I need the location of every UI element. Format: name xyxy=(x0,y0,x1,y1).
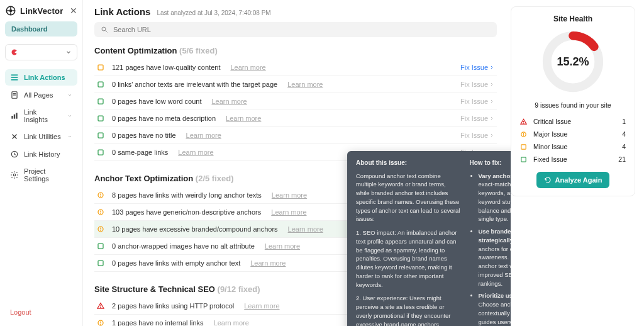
issue-text: 121 pages have low-quality content xyxy=(112,64,220,71)
legend-label: Fixed Issue xyxy=(533,155,567,163)
search-icon xyxy=(101,26,108,33)
logo-row: LinkVector ✕ xyxy=(5,5,77,16)
section-counter: (2/5 fixed) xyxy=(196,174,234,183)
chevron-down-icon xyxy=(67,93,72,98)
main: Link Actions Last analyzed at Jul 3, 202… xyxy=(83,0,511,326)
legend-count: 4 xyxy=(622,143,626,150)
fix-issue-link: Fix Issue xyxy=(460,132,494,139)
section-counter: (5/6 fixed) xyxy=(179,46,218,55)
tooltip-about-text: 2. User experience: Users might perceive… xyxy=(356,294,461,326)
issue-row[interactable]: 0 pages have low word countLearn moreFix… xyxy=(94,93,497,110)
tooltip-fix-item: Prioritize user experience: Choose ancho… xyxy=(479,291,511,326)
issue-text: 0 pages have no title xyxy=(112,132,176,139)
logout-link[interactable]: Logout xyxy=(5,306,77,318)
chevron-right-icon xyxy=(489,65,494,70)
tooltip-about-text: Compound anchor text combine multiple ke… xyxy=(356,172,461,224)
nav-project-settings[interactable]: Project Settings xyxy=(5,164,77,186)
tooltip-about-col: About this issue: Compound anchor text c… xyxy=(356,159,461,326)
issue-text: 0 pages have links with empty anchor tex… xyxy=(112,259,240,267)
learn-more-link[interactable]: Learn more xyxy=(250,259,286,267)
severity-icon xyxy=(520,156,527,163)
legend-count: 1 xyxy=(622,118,626,125)
learn-more-link[interactable]: Learn more xyxy=(186,132,221,139)
legend-row: Major Issue4 xyxy=(520,128,626,140)
issue-text: 103 pages have generic/non-descriptive a… xyxy=(112,208,261,216)
donut-wrap: 15.2% xyxy=(520,27,626,96)
learn-more-link[interactable]: Learn more xyxy=(265,242,300,250)
tooltip-fix-item: Vary anchor text: Use a mix of exact-mat… xyxy=(479,172,511,224)
analyze-label: Analyze Again xyxy=(555,176,602,184)
severity-icon xyxy=(97,225,104,233)
legend-row: Fixed Issue21 xyxy=(520,153,626,166)
nav-link-actions[interactable]: Link Actions xyxy=(5,69,77,86)
fix-issue-link[interactable]: Fix Issue xyxy=(460,64,494,71)
nav-label: Link Actions xyxy=(24,74,65,81)
section-title-text: Anchor Text Optimization xyxy=(94,174,193,183)
issue-row[interactable]: 121 pages have low-quality contentLearn … xyxy=(94,59,497,76)
learn-more-link[interactable]: Learn more xyxy=(178,149,213,156)
tooltip-fix-item: Use branded anchors strategically: Only … xyxy=(479,227,511,288)
logo-icon xyxy=(5,5,16,16)
chevron-right-icon xyxy=(489,116,494,121)
nav-link-utilities[interactable]: Link Utilities xyxy=(5,128,77,145)
severity-icon xyxy=(97,98,104,105)
site-selector[interactable] xyxy=(5,44,77,60)
close-icon[interactable]: ✕ xyxy=(70,6,77,16)
issue-row[interactable]: 0 links' anchor texts are irrelevant wit… xyxy=(94,76,497,93)
tooltip-about-text: 1. SEO impact: An imbalanced anchor text… xyxy=(356,228,461,289)
clock-icon xyxy=(10,150,19,159)
issue-text: 0 pages have no meta description xyxy=(112,115,216,122)
learn-more-link[interactable]: Learn more xyxy=(287,81,323,88)
severity-icon xyxy=(520,131,527,138)
issue-row[interactable]: 0 pages have no meta descriptionLearn mo… xyxy=(94,110,497,127)
severity-icon xyxy=(97,208,104,216)
issue-row[interactable]: 0 pages have no titleLearn moreFix Issue xyxy=(94,127,497,144)
issue-text: 1 pages have no internal links xyxy=(112,319,204,326)
tooltip-fix-heading: How to fix: xyxy=(470,159,511,168)
learn-more-link[interactable]: Learn more xyxy=(214,319,249,326)
nav-link-insights[interactable]: Link Insights xyxy=(5,104,77,127)
severity-icon xyxy=(97,191,104,199)
learn-more-link[interactable]: Learn more xyxy=(211,98,247,105)
severity-icon xyxy=(97,242,104,250)
analyze-again-button[interactable]: Analyze Again xyxy=(536,172,610,188)
site-health-panel: Site Health 15.2% 9 issues found in your… xyxy=(511,6,635,196)
issue-text: 0 same-page links xyxy=(112,149,168,156)
nav-all-pages[interactable]: All Pages xyxy=(5,87,77,103)
severity-icon xyxy=(97,259,104,267)
legend-row: Critical Issue1 xyxy=(520,115,626,128)
chevron-right-icon xyxy=(489,82,494,87)
severity-icon xyxy=(97,302,104,310)
issue-text: 8 pages have links with weirdly long anc… xyxy=(112,191,262,199)
learn-more-link[interactable]: Learn more xyxy=(230,64,265,71)
nav-link-history[interactable]: Link History xyxy=(5,146,77,162)
issue-text: 10 pages have excessive branded/compound… xyxy=(112,225,278,233)
site-icon xyxy=(11,48,18,56)
tooltip-fix-list: Vary anchor text: Use a mix of exact-mat… xyxy=(470,172,511,327)
issue-text: 2 pages have links using HTTP protocol xyxy=(112,302,234,310)
legend-count: 4 xyxy=(622,130,626,138)
nav: Link Actions All Pages Link Insights Lin… xyxy=(5,69,77,186)
learn-more-link[interactable]: Learn more xyxy=(244,302,279,310)
learn-more-link[interactable]: Learn more xyxy=(272,191,307,199)
chevron-down-icon xyxy=(67,134,72,139)
tools-icon xyxy=(10,132,19,141)
page-icon xyxy=(10,91,19,99)
issues-found-text: 9 issues found in your site xyxy=(520,101,626,109)
page-title-row: Link Actions Last analyzed at Jul 3, 202… xyxy=(94,6,499,17)
severity-icon xyxy=(97,81,104,88)
learn-more-link[interactable]: Learn more xyxy=(271,208,306,216)
learn-more-link[interactable]: Learn more xyxy=(226,115,261,122)
issue-text: 0 anchor-wrapped images have no alt attr… xyxy=(112,242,255,250)
learn-more-link[interactable]: Learn more xyxy=(288,225,323,233)
nav-label: All Pages xyxy=(24,91,53,99)
health-legend: Critical Issue1Major Issue4Minor Issue4F… xyxy=(520,115,626,166)
severity-icon xyxy=(97,149,104,156)
search-input[interactable] xyxy=(113,26,491,33)
sidebar: LinkVector ✕ Dashboard Link Actions All … xyxy=(0,0,83,326)
nav-label: Project Settings xyxy=(24,167,72,183)
search-bar[interactable] xyxy=(94,22,497,37)
dashboard-button[interactable]: Dashboard xyxy=(5,21,77,37)
issue-list-content: 121 pages have low-quality contentLearn … xyxy=(94,59,497,161)
issue-text: 0 pages have low word count xyxy=(112,98,201,105)
